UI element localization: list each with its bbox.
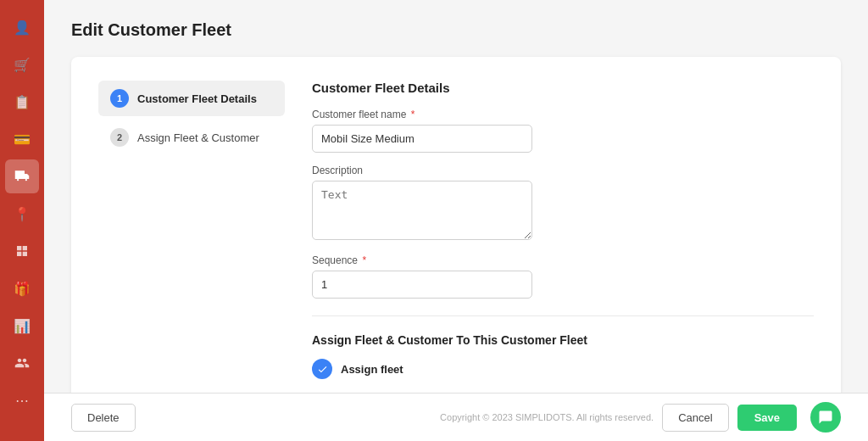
step-1-label: Customer Fleet Details: [137, 92, 257, 105]
chat-button[interactable]: [810, 402, 841, 433]
grid2-icon[interactable]: [5, 234, 39, 268]
gift-icon[interactable]: 🎁: [5, 271, 39, 305]
edit-card: 1 Customer Fleet Details 2 Assign Fleet …: [71, 57, 841, 393]
description-input[interactable]: [312, 181, 532, 240]
assign-fleet-check[interactable]: [312, 359, 332, 379]
apps-icon[interactable]: ⋯: [5, 383, 39, 417]
report-icon[interactable]: 📊: [5, 309, 39, 343]
form-panel: Customer Fleet Details Customer fleet na…: [312, 81, 814, 393]
step-1-number: 1: [110, 89, 129, 108]
description-label: Description: [312, 165, 814, 176]
cart-icon[interactable]: 🛒: [5, 47, 39, 81]
footer-copyright: Copyright © 2023 SIMPLIDOTS. All rights …: [440, 412, 654, 422]
save-button[interactable]: Save: [737, 405, 797, 431]
footer-actions: Copyright © 2023 SIMPLIDOTS. All rights …: [440, 402, 841, 433]
section-divider: [312, 315, 814, 316]
assign-fleet-label: Assign fleet: [341, 363, 403, 376]
sequence-label: Sequence *: [312, 254, 814, 266]
assign-fleet-row: Assign fleet: [312, 359, 814, 379]
page-title: Edit Customer Fleet: [71, 20, 841, 40]
step-2[interactable]: 2 Assign Fleet & Customer: [98, 120, 285, 155]
delete-button[interactable]: Delete: [71, 404, 136, 432]
content-area: Edit Customer Fleet 1 Customer Fleet Det…: [44, 0, 868, 393]
description-group: Description: [312, 165, 814, 243]
truck-icon[interactable]: [5, 159, 39, 193]
fleet-name-label: Customer fleet name *: [312, 109, 814, 120]
main-content: Edit Customer Fleet 1 Customer Fleet Det…: [44, 0, 868, 441]
sequence-group: Sequence *: [312, 254, 814, 299]
cancel-button[interactable]: Cancel: [662, 404, 728, 432]
step-2-label: Assign Fleet & Customer: [137, 131, 259, 144]
footer-left: Delete: [71, 404, 136, 432]
card-inner: 1 Customer Fleet Details 2 Assign Fleet …: [98, 81, 814, 393]
fleet-name-group: Customer fleet name *: [312, 109, 814, 153]
person-icon[interactable]: 👤: [5, 10, 39, 44]
document-icon[interactable]: 📋: [5, 85, 39, 119]
card-icon[interactable]: 💳: [5, 122, 39, 156]
assign-section-title: Assign Fleet & Customer To This Customer…: [312, 333, 814, 347]
sequence-input[interactable]: [312, 271, 532, 299]
footer: Delete Copyright © 2023 SIMPLIDOTS. All …: [44, 393, 868, 441]
step-1[interactable]: 1 Customer Fleet Details: [98, 81, 285, 116]
step-2-number: 2: [110, 128, 129, 147]
people-icon[interactable]: [5, 346, 39, 380]
sidebar: 👤 🛒 📋 💳 📍 🎁 📊 ⋯: [0, 0, 44, 441]
required-star-name: *: [408, 109, 415, 120]
required-star-seq: *: [359, 254, 366, 266]
fleet-details-title: Customer Fleet Details: [312, 81, 814, 95]
location-icon[interactable]: 📍: [5, 197, 39, 231]
steps-panel: 1 Customer Fleet Details 2 Assign Fleet …: [98, 81, 285, 393]
fleet-name-input[interactable]: [312, 125, 532, 153]
